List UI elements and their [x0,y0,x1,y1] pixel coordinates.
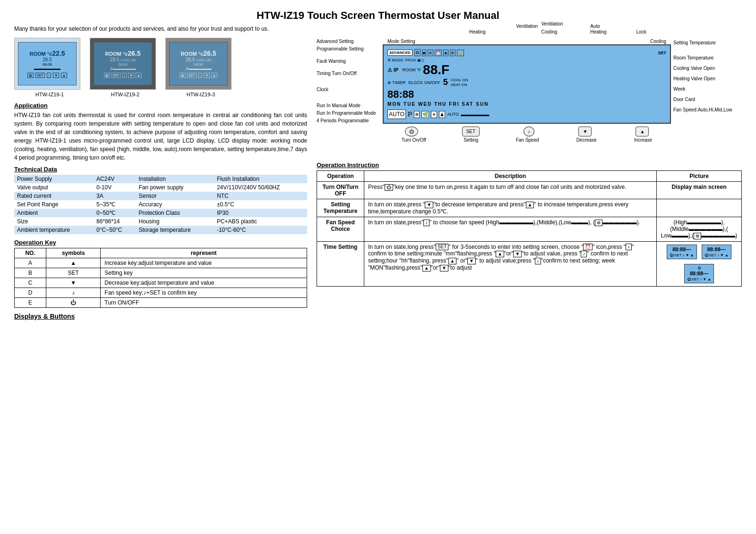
tech-cell: Set Point Range [14,200,94,209]
mini-display-3-icon: ⚙ [687,266,711,271]
tech-row: Ambient temperature0°C~50°CStorage tempe… [14,226,307,234]
operation-instruction-section: Operation Instruction Operation Descript… [317,161,742,287]
diag-screen-row-prog: ⚙ MODE PROG ▣◻ [387,58,666,62]
diag-heating-label: Heating [469,29,485,34]
device-image-1: ROOM °c22.5 28.5 08:08 ▬▬▬▬▬▬▬ ⏻ SET ♪ ▼… [14,38,80,90]
opkey-cell: ⏻ [46,298,101,308]
diag-bottom-label-fan: Fan Speed [516,137,539,143]
op-row-settemp: Setting Temperature In turn on state,pre… [317,199,742,217]
opkey-row: A▲Increase key:adjust temperature and va… [15,258,307,268]
diag-btn-set: SET [462,127,480,136]
opkey-cell: Setting key [101,268,307,278]
tech-cell: 86*86*14 [94,217,136,226]
op-cell-settemp-desc: In turn on state,press "▼"to decrease te… [364,199,657,217]
application-text: HTW-IZ19 fan coil units thermostat is us… [14,111,307,162]
opkey-row: BSETSetting key [15,268,307,278]
tech-cell: Flush Installation [214,175,307,183]
opkey-header-symbols: symbols [46,248,101,258]
diag-sun-icon: ☀ [431,111,437,118]
opkey-row: D♪Fan speed key;♪+SET is confirm key [15,288,307,298]
tech-cell: PC+ABS plastic [214,217,307,226]
diag-btn-power: ⏻ [405,127,418,136]
diag-screen-main-row: ⚠ IP ROOM °F 88.F [387,63,666,76]
tech-cell: Storage temperature [136,226,214,234]
diag-label-timing: Timing Turn On/Off [317,70,380,77]
op-cell-onoff-pic: Display main screen [657,182,742,199]
opkey-cell: ▲ [46,258,101,268]
tech-cell: Fan power supply [136,183,214,192]
diag-label-run-manual: Run In Manual Mode [317,102,380,110]
diag-leaf-icon: 🌿 [421,111,429,118]
diag-label-fan-speed-note: Fan Speed:Auto,Hi,Mid,Low [673,105,742,115]
diag-prog-label: PROG ▣◻ [405,58,424,62]
diag-alert-icon: ⚠ IP [387,67,398,73]
fan-symbol: ♪ [423,220,430,226]
diag-p-icon: P [408,110,412,118]
diag-icon-fan: ⊚ [428,50,433,56]
opkey-row: C▼Decrease key:adjust temperature and va… [15,278,307,288]
device-image-2: ROOM °c26.5 28.5 COOL ON 08:00 ⊕▬▬▬▬▬▬ ⏻… [90,38,156,90]
tech-cell: Rated current [14,192,94,200]
diag-screen-row-advanced: ADVANCED ⚙ ◙ ⊚ ⏰ ◈ ⊕ 🔒 SET [387,49,666,56]
diagram-mode-labels: Mode Setting Cooling [383,39,671,44]
diag-up-btn: ▲ [636,127,649,136]
opkey-cell: Fan speed key;♪+SET is confirm key [101,288,307,298]
tech-cell: 0-10V [94,183,136,192]
diag-bottom-label-power: Turn On/Off [402,137,426,143]
opkey-cell: ♪ [46,288,101,298]
device-item-1: ROOM °c22.5 28.5 08:08 ▬▬▬▬▬▬▬ ⏻ SET ♪ ▼… [14,38,85,97]
tech-cell: 5~35℃ [94,200,136,209]
diag-advanced-btn: ADVANCED [387,50,412,56]
diag-fan-btn: ♪ [524,127,534,136]
mini-display-3-time: 88:88— [687,271,711,276]
tech-cell: Valve output [14,183,94,192]
diag-cool-heat-status: COOL ON HEAT ON [451,78,468,87]
diag-auto-icon: AUTO [387,110,406,119]
op-cell-timesetting-pic: 88:88— ⏻SET♪▼▲ 88:88— ⏻SET♪▼▲ [657,241,742,286]
diag-mode-setting: Mode Setting [387,39,415,44]
power-symbol: ⏻ [385,184,393,191]
display-main-screen-label: Display main screen [671,184,726,190]
diag-temp-display: 88.F [423,63,449,76]
diag-heating2-label: Heating [590,29,606,34]
page-title: HTW-IZ19 Touch Screen Thermostat User Ma… [14,9,742,22]
mini-display-2: 88:88— ⏻SET♪▼▲ [702,245,731,259]
tech-row: Valve output0-10VFan power supply24V/110… [14,183,307,192]
tech-row: Size86*86*14HousingPC+ABS plastic [14,217,307,226]
diagram-bottom-buttons: ⏻ SET ♪ ▼ ▲ [383,127,671,136]
diag-label-fault: Fault Warning [317,58,380,65]
diag-btn-fan: ♪ [524,127,534,136]
mini-display-1: 88:88— ⏻SET♪▼▲ [667,245,696,259]
operation-instruction-title: Operation Instruction [317,161,742,169]
tech-cell: Sensor [136,192,214,200]
diag-screen-bottom-row: AUTO P ❄ 🌿 ☀ ♟ AUTO ▬▬▬▬▬▬ [387,110,666,119]
mini-display-3-buttons: ⏻SET♪▼▲ [687,277,711,281]
diagram-right-labels: Setting Temperature Room Temperature Coo… [673,38,742,115]
displays-buttons-title: Displays & Buttons [14,313,307,320]
diag-temp-display-2: 5 [443,77,448,87]
op-cell-settemp-op: Setting Temperature [317,199,364,217]
mini-display-1-buttons: ⏻SET♪▼▲ [670,253,694,257]
diagram-container: Ventilation Heating Cooling Ventilation … [383,38,671,143]
op-header-operation: Operation [317,171,364,182]
tech-cell: Protection Class [136,209,214,217]
up-symbol: ▲ [526,202,534,208]
application-title: Application [14,102,307,109]
diagram-left-labels: Advanced Setting Programmable Setting Fa… [317,38,380,125]
operation-key-table: NO. symbols represent A▲Increase key:adj… [14,248,307,308]
opkey-cell: Turn ON/OFF [101,298,307,308]
diag-icon-timer: ⊕ [450,50,455,56]
mini-display-2-time: 88:88— [704,246,729,252]
opkey-header-represent: represent [101,248,307,258]
technical-data-title: Technical Data [14,166,307,173]
diag-btn-down: ▼ [578,127,592,136]
diagram-bottom-labels: Turn On/Off Setting Fan Speed Decrease I… [383,137,671,143]
up-symbol3: ▲ [448,258,457,264]
diag-label-clock: Clock [317,86,380,93]
diag-icon-gear: ⚙ [414,49,421,56]
mini-display-3: ⚙ 88:88— ⏻SET♪▼▲ [684,264,714,283]
device-label-3: HTW-IZ19-3 [165,92,236,97]
op-cell-settemp-pic [657,199,742,217]
tech-cell: Housing [136,217,214,226]
op-row-onoff: Turn ON/Turn OFF Press"⏻"key one time to… [317,182,742,199]
